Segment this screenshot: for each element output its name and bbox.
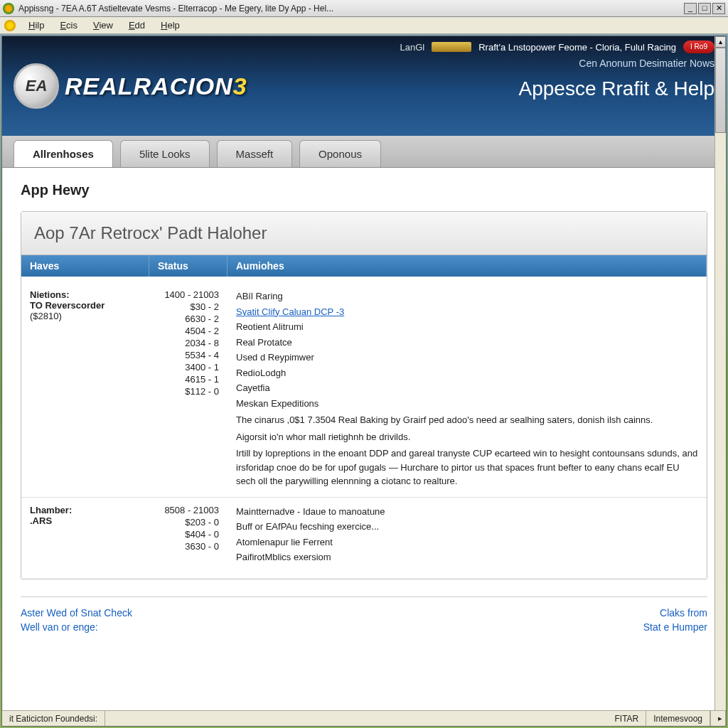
logo-circle-icon: EA bbox=[14, 63, 59, 109]
red-badge[interactable]: I Ro9 bbox=[683, 41, 714, 53]
status-right1: FITAR bbox=[608, 711, 647, 726]
logo-word: REALRACION bbox=[65, 73, 233, 100]
table-row: Lhamber: .ARS 8508 - 21003 $203 - 0 $404… bbox=[21, 497, 707, 573]
tab-allrenhoses[interactable]: Allrenhoses bbox=[14, 140, 113, 167]
status-value: $404 - 0 bbox=[158, 529, 219, 540]
row-label: .ARS bbox=[30, 515, 141, 526]
content-scroll: LanGl Rraft'a Lnstopower Feome - Cloria,… bbox=[2, 36, 726, 710]
status-value: $203 - 0 bbox=[158, 517, 219, 528]
maximize-button[interactable]: □ bbox=[698, 3, 711, 14]
table-body: Nietions: TO Reverscorder ($2810) 1400 -… bbox=[21, 277, 707, 579]
tabs-bar: Allrenhoses 5lite Loоks Masseft Oponous bbox=[2, 136, 726, 168]
row-label: Lhamber: bbox=[30, 505, 141, 515]
row-status: 1400 - 21003 $30 - 2 6630 - 2 4504 - 2 2… bbox=[149, 287, 228, 493]
menu-label: cis bbox=[66, 20, 77, 31]
paragraph: Irtill by lopreptions in the enoant DDP … bbox=[236, 446, 698, 488]
logo: EA REALRACION3 bbox=[14, 63, 247, 109]
menu-view[interactable]: View bbox=[86, 18, 120, 32]
menu-label: dd bbox=[135, 20, 145, 31]
menu-label: ilp bbox=[35, 20, 44, 31]
list-item: Buff or EAfPAu fecshing exercice... bbox=[236, 520, 698, 534]
scroll-up-button[interactable]: ▴ bbox=[715, 36, 726, 48]
list-item-link[interactable]: Syatit Clify Caluan DCP -3 bbox=[236, 306, 344, 317]
status-value: $30 - 2 bbox=[158, 301, 219, 312]
menu-hilp[interactable]: Hilp bbox=[21, 18, 51, 32]
scroll-right-button[interactable]: ▸ bbox=[710, 711, 726, 726]
card: Aop 7Ar Retrocx' Padt Haloher Haves Stat… bbox=[21, 211, 707, 579]
app-icon bbox=[3, 3, 14, 14]
page-title: App Hewy bbox=[21, 182, 707, 198]
menu-label: iew bbox=[99, 20, 113, 31]
footer-left: Aster Wed of Snat Check Well van or enge… bbox=[21, 607, 132, 636]
row-aumiohes: Maintternadve - Idaue to manoatune Buff … bbox=[228, 502, 707, 569]
tab-oponous[interactable]: Oponous bbox=[299, 140, 381, 167]
list-item: PaifirotMblics exersiom bbox=[236, 550, 698, 564]
window-title: Appissng - 7EA A.6T Astieltevate Vesms -… bbox=[18, 4, 684, 14]
row-labels: Nietions: TO Reverscorder ($2810) bbox=[21, 287, 149, 493]
window-controls: _ □ ✕ bbox=[684, 3, 725, 14]
list-item: RedioLodgh bbox=[236, 366, 698, 380]
row-label: ($2810) bbox=[30, 311, 62, 321]
gold-badge-icon bbox=[432, 42, 471, 52]
paragraph: The cinarus ,0$1 7.3504 Real Baking by G… bbox=[236, 413, 698, 427]
banner-top-text: Rraft'a Lnstopower Feome - Cloria, Fulul… bbox=[478, 42, 676, 53]
row-labels: Lhamber: .ARS bbox=[21, 502, 149, 569]
status-right2: Intemesvoog bbox=[646, 711, 710, 726]
menu-label: elp bbox=[167, 20, 179, 31]
card-title: Aop 7Ar Retrocx' Padt Haloher bbox=[34, 223, 694, 243]
paragraph: Aigorsit io'n whor mall rietighnh be dri… bbox=[236, 430, 698, 444]
list-item: Reotient Alitrumi bbox=[236, 320, 698, 334]
footer-link[interactable]: Well van or enge: bbox=[21, 621, 132, 633]
logo-text: REALRACION3 bbox=[65, 73, 247, 100]
footer-link[interactable]: Aster Wed of Snat Check bbox=[21, 607, 132, 619]
footer-link[interactable]: Stat e Humper bbox=[643, 621, 707, 633]
list-item: Atomlenapur lie Ferrent bbox=[236, 535, 698, 550]
content-frame: LanGl Rraft'a Lnstopower Feome - Cloria,… bbox=[1, 36, 727, 727]
status-value: $112 - 0 bbox=[158, 386, 219, 397]
footer-link[interactable]: Claks from bbox=[643, 607, 707, 619]
tab-5lite-looks[interactable]: 5lite Loоks bbox=[120, 140, 210, 167]
menu-edd[interactable]: Edd bbox=[122, 18, 152, 32]
banner: LanGl Rraft'a Lnstopower Feome - Cloria,… bbox=[2, 36, 726, 136]
page-footer: Aster Wed of Snat Check Well van or enge… bbox=[21, 596, 707, 636]
col-haves: Haves bbox=[21, 255, 149, 277]
table-row: Nietions: TO Reverscorder ($2810) 1400 -… bbox=[21, 282, 707, 497]
list-item: ABíl Raring bbox=[236, 289, 698, 304]
status-value: 1400 - 21003 bbox=[158, 289, 219, 300]
minimize-button[interactable]: _ bbox=[684, 3, 697, 14]
banner-top: LanGl Rraft'a Lnstopower Feome - Cloria,… bbox=[14, 36, 714, 53]
scroll-thumb[interactable] bbox=[715, 48, 726, 133]
status-value: 3630 - 0 bbox=[158, 541, 219, 552]
list-item: Meskan Expeditions bbox=[236, 397, 698, 411]
menu-bar: Hilp Ecis View Edd Help bbox=[0, 17, 728, 34]
row-label: Nietions: bbox=[30, 289, 141, 300]
status-bar: it Eaticicton Foundedsi: FITAR Intemesvo… bbox=[2, 710, 726, 726]
status-value: 3400 - 1 bbox=[158, 362, 219, 373]
status-value: 2034 - 8 bbox=[158, 338, 219, 348]
tab-masseft[interactable]: Masseft bbox=[217, 140, 293, 167]
status-value: 4615 - 1 bbox=[158, 374, 219, 385]
banner-prefix: LanGl bbox=[400, 42, 425, 53]
status-value: 8508 - 21003 bbox=[158, 505, 219, 515]
row-status: 8508 - 21003 $203 - 0 $404 - 0 3630 - 0 bbox=[149, 502, 228, 569]
list-item: Used d Reypimwer bbox=[236, 350, 698, 365]
status-value: 6630 - 2 bbox=[158, 314, 219, 324]
window-titlebar: Appissng - 7EA A.6T Astieltevate Vesms -… bbox=[0, 0, 728, 17]
row-aumiohes: ABíl Raring Syatit Clify Caluan DCP -3 R… bbox=[228, 287, 707, 493]
col-aumiohes: Aumiohes bbox=[228, 255, 707, 277]
list-item: Real Protatce bbox=[236, 336, 698, 350]
col-status: Status bbox=[149, 255, 228, 277]
footer-right: Claks from Stat e Humper bbox=[643, 607, 707, 636]
menu-ecis[interactable]: Ecis bbox=[53, 18, 85, 32]
card-head: Aop 7Ar Retrocx' Padt Haloher bbox=[21, 212, 707, 255]
menu-help[interactable]: Help bbox=[154, 18, 187, 32]
list-item: Cayetfia bbox=[236, 381, 698, 395]
close-button[interactable]: ✕ bbox=[712, 3, 725, 14]
status-value: 4504 - 2 bbox=[158, 326, 219, 336]
vertical-scrollbar[interactable]: ▴ bbox=[714, 36, 726, 710]
row-label: TO Reverscorder bbox=[30, 300, 141, 311]
logo-number: 3 bbox=[233, 73, 247, 100]
status-left: it Eaticicton Foundedsi: bbox=[2, 711, 105, 726]
menu-icon bbox=[4, 20, 16, 31]
table-header: Haves Status Aumiohes bbox=[21, 255, 707, 277]
